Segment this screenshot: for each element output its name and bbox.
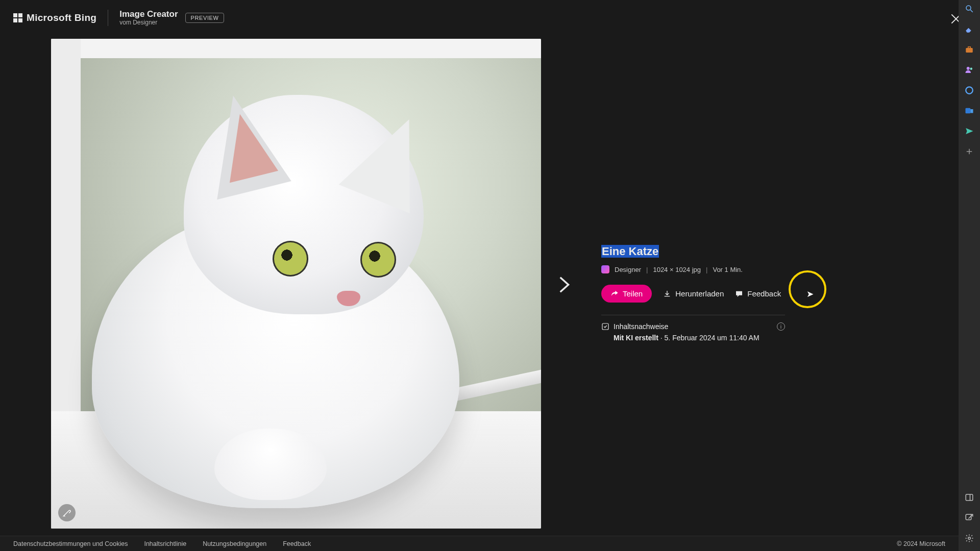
briefcase-icon[interactable] bbox=[964, 44, 975, 55]
cursor-highlight-ring bbox=[789, 270, 826, 308]
app-subtitle: vom Designer bbox=[119, 19, 178, 26]
microsoft-bing-logo[interactable]: Microsoft Bing bbox=[13, 12, 96, 23]
feedback-button[interactable]: Feedback bbox=[735, 289, 781, 298]
preview-badge: PREVIEW bbox=[185, 13, 225, 23]
microsoft-icon bbox=[13, 13, 22, 22]
provenance-info-icon[interactable]: i bbox=[777, 322, 785, 331]
provenance-heading: Inhaltsnachweise bbox=[614, 322, 668, 331]
share-button[interactable]: Teilen bbox=[601, 285, 652, 303]
svg-point-1 bbox=[966, 6, 971, 10]
provenance-section: Inhaltsnachweise i Mit KI erstellt · 5. … bbox=[601, 315, 785, 342]
share-icon bbox=[610, 290, 619, 298]
plus-icon[interactable] bbox=[964, 146, 975, 157]
svg-rect-2 bbox=[966, 48, 973, 53]
footer-link-feedback[interactable]: Feedback bbox=[283, 540, 311, 547]
download-icon bbox=[663, 290, 671, 298]
office-icon[interactable] bbox=[964, 85, 975, 96]
image-detail-panel: Eine Katze Designer | 1024 × 1024 jpg | … bbox=[601, 245, 785, 342]
image-age: Vor 1 Min. bbox=[713, 266, 743, 273]
eraser-icon[interactable] bbox=[964, 23, 975, 35]
ai-watermark-icon bbox=[58, 504, 76, 521]
cursor-pointer-icon: ➤ bbox=[806, 289, 814, 299]
svg-rect-0 bbox=[602, 323, 608, 330]
svg-point-3 bbox=[967, 67, 970, 70]
send-icon[interactable] bbox=[964, 126, 975, 137]
settings-icon[interactable] bbox=[964, 533, 975, 544]
brand-text: Microsoft Bing bbox=[27, 12, 96, 23]
svg-point-4 bbox=[970, 68, 973, 70]
app-title: Image Creator bbox=[119, 10, 178, 19]
next-image-button[interactable] bbox=[549, 270, 578, 299]
svg-rect-6 bbox=[966, 108, 971, 114]
designer-source-icon bbox=[601, 265, 609, 273]
download-label: Herunterladen bbox=[675, 289, 724, 298]
footer-copyright: © 2024 Microsoft bbox=[897, 540, 945, 547]
prompt-title[interactable]: Eine Katze bbox=[601, 245, 659, 258]
provenance-detail: Mit KI erstellt · 5. Februar 2024 um 11:… bbox=[614, 334, 785, 342]
svg-rect-7 bbox=[966, 494, 973, 500]
page-footer: Datenschutzbestimmungen und Cookies Inha… bbox=[0, 536, 959, 551]
footer-link-terms[interactable]: Nutzungsbedingungen bbox=[203, 540, 266, 547]
chevron-right-icon bbox=[554, 275, 573, 294]
image-dimensions: 1024 × 1024 jpg bbox=[653, 266, 701, 273]
svg-point-5 bbox=[966, 87, 973, 94]
share-label: Teilen bbox=[623, 289, 643, 298]
search-icon[interactable] bbox=[964, 3, 975, 14]
people-icon[interactable] bbox=[964, 64, 975, 76]
meta-row: Designer | 1024 × 1024 jpg | Vor 1 Min. bbox=[601, 265, 785, 273]
edge-side-rail bbox=[959, 0, 980, 551]
provenance-icon bbox=[601, 322, 609, 331]
panel-icon[interactable] bbox=[964, 492, 975, 503]
outlook-icon[interactable] bbox=[964, 105, 975, 116]
footer-link-content-policy[interactable]: Inhaltsrichtlinie bbox=[144, 540, 186, 547]
footer-link-privacy[interactable]: Datenschutzbestimmungen und Cookies bbox=[13, 540, 128, 547]
download-button[interactable]: Herunterladen bbox=[663, 289, 724, 298]
generated-image[interactable] bbox=[51, 39, 541, 529]
svg-point-9 bbox=[968, 537, 971, 540]
feedback-icon bbox=[735, 290, 743, 298]
open-icon[interactable] bbox=[964, 512, 975, 523]
source-name: Designer bbox=[615, 266, 641, 273]
feedback-label: Feedback bbox=[747, 289, 781, 298]
image-creator-title-block: Image Creator vom Designer bbox=[108, 10, 178, 26]
